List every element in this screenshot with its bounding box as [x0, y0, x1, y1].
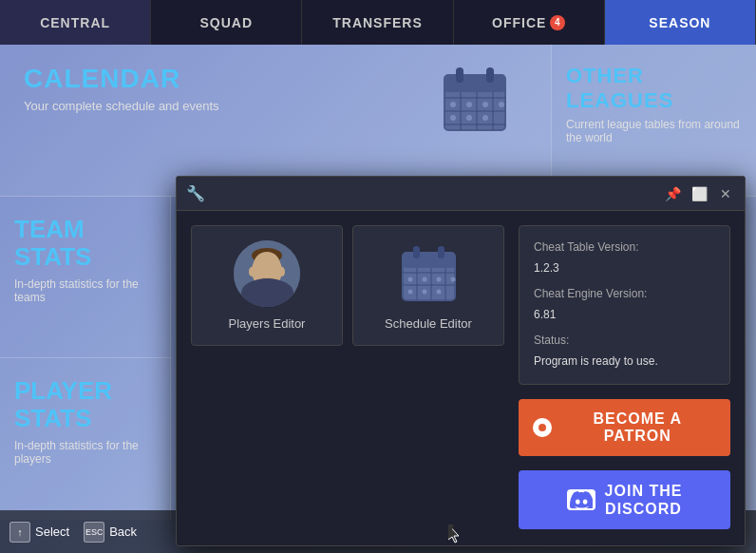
back-label: Back: [109, 524, 137, 539]
nav-squad[interactable]: SQUAD: [151, 0, 302, 45]
schedule-editor-label: Schedule Editor: [385, 316, 472, 331]
svg-rect-19: [262, 278, 272, 290]
svg-rect-27: [403, 253, 455, 268]
svg-point-10: [450, 102, 456, 107]
join-discord-button[interactable]: JOIN THE DISCORD: [519, 470, 730, 529]
svg-point-41: [436, 289, 441, 294]
back-button[interactable]: ESC Back: [84, 522, 137, 543]
svg-point-24: [249, 267, 255, 276]
calendar-icon: [437, 64, 513, 140]
nav-squad-label: SQUAD: [200, 15, 254, 30]
nav-transfers-label: TRANSFERS: [332, 15, 423, 30]
maximize-button[interactable]: ⬜: [690, 184, 709, 203]
wrench-icon: 🔧: [186, 184, 205, 202]
nav-office[interactable]: OFFICE 4: [454, 0, 605, 45]
cheat-table-version-value: 1.2.3: [534, 258, 715, 279]
nav-transfers[interactable]: TRANSFERS: [302, 0, 453, 45]
player-stats-title: PLAYER STATS: [14, 377, 156, 431]
cheat-table-version-label: Cheat Table Version:: [534, 238, 715, 258]
editors-panel: Players Editor: [191, 225, 504, 531]
info-panel: Cheat Table Version: 1.2.3 Cheat Engine …: [519, 225, 730, 531]
pin-button[interactable]: 📌: [663, 184, 682, 203]
players-editor-label: Players Editor: [229, 316, 306, 331]
svg-point-39: [407, 289, 412, 294]
titlebar-controls: 📌 ⬜ ✕: [663, 184, 735, 203]
players-editor-card[interactable]: Players Editor: [191, 225, 343, 346]
status-label: Status:: [534, 331, 715, 352]
nav-season-label: SEASON: [649, 15, 710, 30]
back-key-icon: ESC: [84, 522, 104, 543]
svg-point-11: [466, 102, 472, 107]
window-titlebar: 🔧 📌 ⬜ ✕: [177, 177, 745, 211]
svg-point-37: [436, 276, 441, 281]
svg-point-22: [259, 268, 263, 272]
discord-join-text: JOIN THE: [605, 482, 683, 500]
svg-rect-1: [444, 75, 505, 92]
svg-rect-3: [486, 67, 494, 83]
svg-point-21: [252, 248, 282, 263]
schedule-editor-card[interactable]: Schedule Editor: [352, 225, 504, 346]
schedule-calendar-icon: [395, 240, 462, 307]
team-stats-section[interactable]: TEAMSTATS In-depth statistics for the te…: [0, 197, 171, 358]
nav-season[interactable]: SEASON: [605, 0, 756, 45]
svg-point-36: [422, 276, 426, 281]
team-stats-title: TEAMSTATS: [14, 216, 156, 270]
other-leagues-section[interactable]: OTHER LEAGUES Current league tables from…: [551, 45, 756, 197]
svg-point-23: [271, 268, 274, 272]
patron-icon: [533, 418, 552, 437]
version-info-box: Cheat Table Version: 1.2.3 Cheat Engine …: [519, 225, 730, 385]
svg-point-40: [422, 289, 426, 294]
player-stats-section[interactable]: PLAYER STATS In-depth statistics for the…: [0, 358, 171, 520]
svg-point-20: [252, 254, 282, 288]
svg-point-25: [279, 267, 285, 276]
patron-label: BECOME A PATRON: [559, 410, 717, 445]
select-key-icon: ↑: [9, 522, 30, 543]
status-value: Program is ready to use.: [534, 352, 715, 372]
team-stats-description: In-depth statistics for the teams: [14, 277, 156, 304]
svg-point-35: [407, 276, 412, 281]
svg-point-18: [246, 282, 288, 307]
nav-central[interactable]: CENTRAL: [0, 0, 151, 45]
office-badge: 4: [550, 15, 565, 30]
svg-point-15: [466, 115, 472, 121]
svg-point-12: [482, 102, 488, 107]
discord-name-text: DISCORD: [605, 500, 683, 518]
svg-point-13: [499, 102, 504, 107]
nav-office-label: OFFICE: [492, 15, 546, 30]
cheat-engine-version-label: Cheat Engine Version:: [534, 284, 715, 305]
svg-rect-29: [438, 246, 444, 258]
close-button[interactable]: ✕: [716, 184, 735, 203]
svg-point-38: [450, 276, 455, 281]
player-stats-description: In-depth statistics for the players: [14, 439, 156, 466]
select-button[interactable]: ↑ Select: [9, 522, 69, 543]
nav-central-label: CENTRAL: [40, 15, 110, 30]
overlay-window: 🔧 📌 ⬜ ✕: [176, 176, 746, 546]
player-avatar: [234, 240, 300, 307]
svg-point-14: [450, 115, 456, 121]
svg-point-16: [482, 115, 488, 121]
editors-row: Players Editor: [191, 225, 504, 346]
discord-text: JOIN THE DISCORD: [605, 482, 683, 518]
discord-logo: [567, 489, 595, 510]
calendar-section[interactable]: CALENDAR Your complete schedule and even…: [0, 45, 551, 197]
other-leagues-title: OTHER LEAGUES: [566, 64, 742, 113]
svg-rect-28: [413, 246, 420, 258]
become-patron-button[interactable]: BECOME A PATRON: [519, 399, 730, 456]
other-leagues-description: Current league tables from around the wo…: [566, 118, 742, 144]
window-content: Players Editor: [177, 211, 745, 545]
top-navigation: CENTRAL SQUAD TRANSFERS OFFICE 4 SEASON: [0, 0, 756, 45]
select-label: Select: [35, 524, 69, 539]
cheat-engine-version-value: 6.81: [534, 305, 715, 326]
svg-rect-2: [456, 67, 463, 83]
